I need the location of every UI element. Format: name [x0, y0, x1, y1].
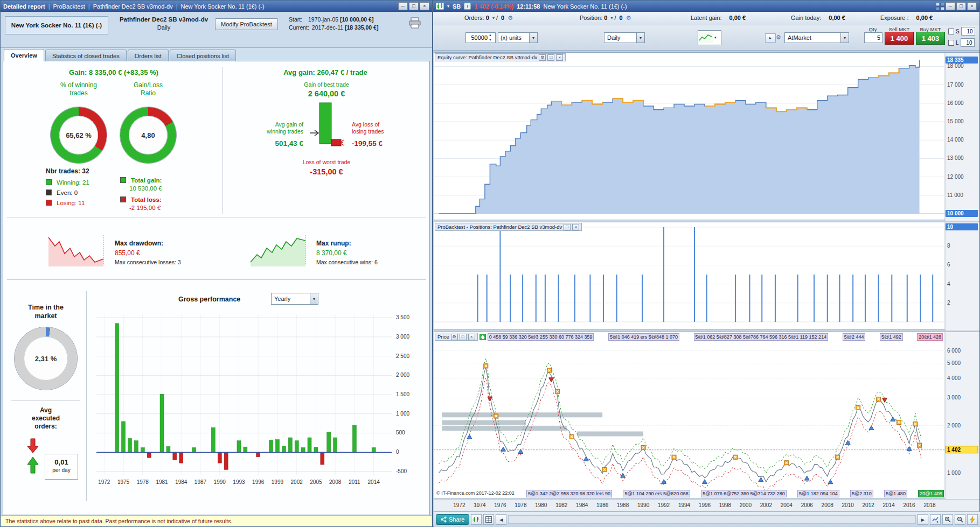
titlebar-instrument: New York Socker No. 11 (1€) (-)	[544, 3, 627, 10]
report-titlebar[interactable]: Detailed report | ProBacktest | Pathfind…	[1, 1, 432, 12]
time-axis[interactable]: 1972197419761978198019821984198619881990…	[434, 499, 979, 511]
scroll-right-button[interactable]: ►	[918, 514, 928, 525]
panel-window-icon[interactable]: □	[547, 54, 554, 61]
report-title: Detailed report	[3, 3, 45, 10]
svg-text:3 000: 3 000	[396, 334, 409, 340]
x-axis-year-label: 1972	[451, 502, 467, 508]
stop-checkbox[interactable]	[948, 29, 954, 34]
panel-settings-icon[interactable]: ⚙	[451, 334, 458, 340]
worst-trade-value: -315,00 €	[259, 167, 394, 176]
chart-tool-button[interactable]	[471, 514, 482, 525]
panel-window-icon[interactable]: □	[564, 224, 571, 230]
zoom-out-button[interactable]	[955, 514, 965, 525]
time-in-market-donut: 2,31 %	[15, 327, 77, 390]
terminal-titlebar[interactable]: ▾ SB i 1 402 (-0,14%) 12:11:58 New York …	[433, 1, 979, 12]
nbr-trades: Nbr trades: 32	[46, 167, 89, 175]
position-dropdown-icon[interactable]: ▾	[610, 16, 613, 20]
avg-loss-value: -199,55 €	[352, 139, 422, 147]
order-settings-icon[interactable]: ⚙	[776, 34, 781, 41]
avg-gain-headline: Avg gain: 260,47 € / trade	[227, 68, 424, 76]
order-tag: 5@1 480	[884, 490, 907, 497]
gain-today: Gain today:0,00 €	[791, 15, 847, 21]
timeframe-select[interactable]: Daily▾	[604, 32, 645, 43]
up-arrow-icon	[26, 456, 39, 474]
positions-chart[interactable]: 108642	[434, 222, 979, 331]
maximize-icon[interactable]: □	[409, 2, 419, 10]
print-icon[interactable]	[408, 17, 421, 29]
info-row: Orders:0 ▾ / 0 ⚙ Position:0 ▾ / 0 ⚙ Late…	[433, 12, 979, 25]
position-settings-icon[interactable]: ⚙	[626, 15, 631, 21]
price-chart[interactable]: 6 0005 0004 0003 0002 0001 4021 000	[434, 332, 979, 500]
price-panel-header: Price ⚙ □ × 0 458 59 336 320 5@3 255 330…	[435, 333, 943, 341]
tab-overview[interactable]: Overview	[4, 49, 44, 61]
limit-input[interactable]	[961, 38, 975, 47]
tab-statistics-of-closed-trades[interactable]: Statistics of closed trades	[45, 50, 127, 61]
svg-text:11 000: 11 000	[947, 192, 963, 198]
panel-settings-icon[interactable]: ⚙	[539, 54, 546, 61]
maximize-icon[interactable]: □	[956, 2, 966, 10]
x-axis-year-label: 1976	[492, 502, 508, 508]
x-axis-year-label: 1974	[471, 502, 488, 508]
orders-dropdown-icon[interactable]: ▾	[492, 16, 495, 20]
instrument-chart-icon	[436, 3, 444, 10]
gain-loss-ratio-value: 4,80	[129, 116, 168, 154]
tab-closed-positions-list[interactable]: Closed positions list	[170, 50, 236, 61]
order-tag: 20@1 428	[917, 333, 943, 341]
start-capital: [10 000,00 €]	[340, 16, 373, 23]
chart-style-button[interactable]: ▾	[698, 30, 721, 45]
panel-window-icon[interactable]: □	[460, 334, 467, 340]
x-axis-year-label: 1980	[533, 502, 549, 508]
sell-mkt-button[interactable]: 1 400	[885, 32, 914, 45]
total-loss: Total loss: -2 195,00 €	[120, 196, 162, 211]
qty-input[interactable]	[864, 32, 882, 43]
separator: |	[176, 3, 178, 10]
chevron-down-icon[interactable]: ▾	[447, 4, 449, 9]
period-select[interactable]: Yearly ▾	[271, 293, 318, 305]
svg-text:8: 8	[947, 243, 950, 249]
x-axis-year-label: 1982	[553, 502, 569, 508]
collapse-arrow-button[interactable]: ►	[765, 33, 776, 43]
svg-text:18 335: 18 335	[947, 57, 964, 63]
panel-close-icon[interactable]: ×	[556, 54, 563, 61]
gain-headline: Gain: 8 335,00 € (+83,35 %)	[17, 68, 211, 76]
qty-label: Qty	[862, 26, 884, 32]
grid-tool-button[interactable]	[483, 514, 494, 525]
limit-checkbox[interactable]	[948, 40, 954, 46]
zoom-in-button[interactable]	[942, 514, 953, 525]
amount-spinner[interactable]: ▲▼	[489, 33, 492, 43]
flash-order-button[interactable]	[967, 514, 978, 525]
svg-text:1 500: 1 500	[396, 391, 409, 397]
latent-gain: Latent gain:0,00 €	[691, 15, 747, 21]
close-icon[interactable]: ×	[420, 2, 429, 10]
units-select[interactable]: (x) units▾	[498, 32, 538, 43]
buy-mkt-button[interactable]: 1 403	[916, 32, 945, 45]
divider	[223, 67, 223, 214]
order-tag: © IT-Finance.com 2017-12-02 22:02	[435, 490, 516, 497]
legend-losing: Losing: 11	[46, 200, 85, 206]
panel-close-icon[interactable]: ×	[572, 224, 579, 230]
svg-text:2014: 2014	[368, 479, 380, 485]
minimize-icon[interactable]: ─	[398, 2, 408, 10]
tab-orders-list[interactable]: Orders list	[128, 50, 169, 61]
chart-scrollbar[interactable]	[508, 515, 916, 524]
disclaimer-bar: The statistics above relate to past data…	[1, 515, 432, 526]
order-tag: 0 458 59 336 320 5@3 255 330 60 776 324 …	[488, 333, 594, 341]
svg-text:13 000: 13 000	[947, 155, 964, 161]
workspace-grid-icon[interactable]	[936, 3, 944, 10]
svg-text:18 000: 18 000	[947, 63, 964, 69]
minimize-icon[interactable]: ─	[946, 2, 955, 10]
scroll-left-button[interactable]: ◄	[496, 514, 506, 525]
orders-settings-icon[interactable]: ⚙	[508, 15, 513, 21]
stop-input[interactable]	[961, 27, 975, 36]
close-icon[interactable]: ×	[967, 2, 977, 10]
panel-close-icon[interactable]: ×	[468, 334, 475, 340]
share-button[interactable]: Share	[436, 514, 469, 525]
svg-text:14 000: 14 000	[947, 137, 964, 143]
new-chart-button[interactable]	[930, 514, 941, 525]
candlestick-icon	[473, 516, 479, 523]
x-axis-year-label: 2012	[860, 502, 877, 508]
order-type-select[interactable]: AtMarket▾	[784, 32, 849, 43]
equity-curve-chart[interactable]: 18 33518 00017 00016 00015 00014 00013 0…	[434, 53, 979, 221]
modify-probacktest-button[interactable]: Modify ProBacktest	[215, 18, 278, 30]
info-icon[interactable]: i	[464, 3, 471, 10]
